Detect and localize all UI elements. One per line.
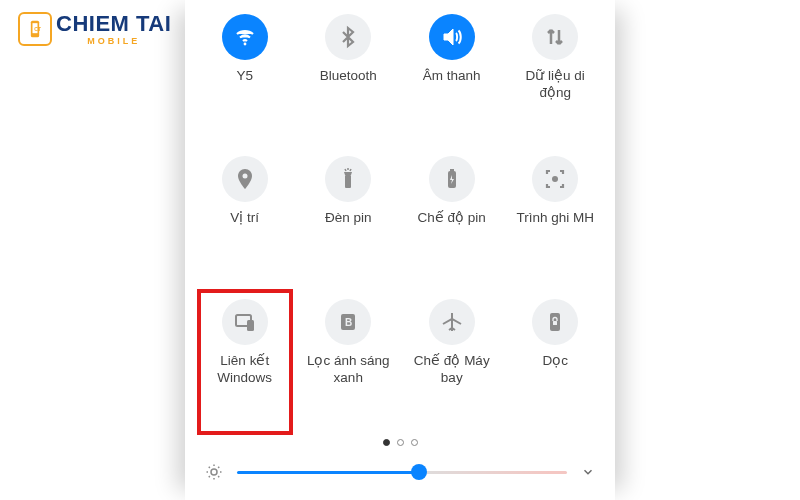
svg-rect-10 [247,320,254,331]
tile-flashlight[interactable]: Đèn pin [299,148,399,286]
tile-label: Y5 [236,68,253,85]
brightness-row [185,454,615,500]
blue-light-icon: B [325,299,371,345]
battery-saver-icon [429,156,475,202]
watermark-badge: CT [18,12,52,46]
tile-bluetooth[interactable]: Bluetooth [299,6,399,144]
tile-sound[interactable]: Âm thanh [402,6,502,144]
pager-dot-3[interactable] [411,439,418,446]
tile-link-to-windows[interactable]: Liên kết Windows [195,291,295,429]
wifi-icon [222,14,268,60]
smartphone-icon: CT [25,19,45,39]
tile-airplane-mode[interactable]: Chế độ Máy bay [402,291,502,429]
tile-label: Chế độ Máy bay [406,353,498,387]
bluetooth-icon [325,14,371,60]
speaker-icon [429,14,475,60]
tile-label: Bluetooth [320,68,377,85]
tile-label: Âm thanh [423,68,481,85]
svg-point-4 [242,174,247,179]
tile-label: Vị trí [230,210,259,227]
tile-label: Chế độ pin [418,210,486,227]
svg-rect-7 [450,169,454,171]
tile-label: Lọc ánh sáng xanh [302,353,394,387]
airplane-icon [429,299,475,345]
brightness-slider[interactable] [237,462,567,482]
page-indicator[interactable] [185,429,615,454]
tile-label: Trình ghi MH [516,210,594,227]
slider-track [237,471,567,474]
watermark-logo: CT CHIEM TAI MOBILE [18,12,171,46]
svg-point-8 [552,176,558,182]
tile-label: Liên kết Windows [199,353,291,387]
pager-dot-1[interactable] [383,439,390,446]
tile-blue-light-filter[interactable]: B Lọc ánh sáng xanh [299,291,399,429]
portrait-lock-icon [532,299,578,345]
sun-icon [205,463,223,481]
pager-dot-2[interactable] [397,439,404,446]
tile-screen-recorder[interactable]: Trình ghi MH [506,148,606,286]
quick-settings-panel: Y5 Bluetooth Âm thanh Dữ liệu di động [185,0,615,500]
tile-mobile-data[interactable]: Dữ liệu di động [506,6,606,144]
tile-label: Đèn pin [325,210,372,227]
screen-recorder-icon [532,156,578,202]
location-icon [222,156,268,202]
slider-thumb[interactable] [411,464,427,480]
watermark-main: CHIEM TAI [56,13,171,35]
mobile-data-icon [532,14,578,60]
tile-location[interactable]: Vị trí [195,148,295,286]
svg-rect-5 [345,175,351,188]
watermark-text: CHIEM TAI MOBILE [56,13,171,46]
svg-text:CT: CT [34,26,41,32]
chevron-down-icon[interactable] [581,465,595,479]
tile-label: Dọc [543,353,569,370]
link-to-windows-icon [222,299,268,345]
svg-text:B: B [345,317,352,328]
svg-point-3 [243,43,246,46]
watermark-sub: MOBILE [56,37,171,46]
tile-wifi[interactable]: Y5 [195,6,295,144]
tile-portrait-lock[interactable]: Dọc [506,291,606,429]
tile-label: Dữ liệu di động [509,68,601,102]
quick-settings-grid: Y5 Bluetooth Âm thanh Dữ liệu di động [185,0,615,429]
flashlight-icon [325,156,371,202]
svg-point-15 [211,469,217,475]
svg-rect-14 [553,321,557,325]
tile-battery-mode[interactable]: Chế độ pin [402,148,502,286]
